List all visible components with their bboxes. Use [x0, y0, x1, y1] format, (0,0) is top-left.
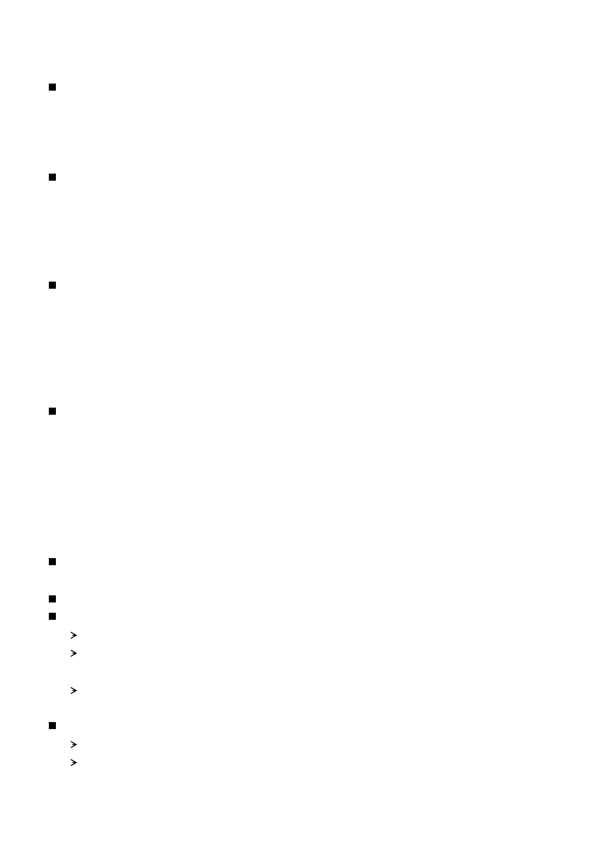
arrow-bullet-icon	[70, 631, 78, 639]
square-bullet-icon	[49, 613, 56, 620]
square-bullet-icon	[49, 84, 56, 91]
square-bullet-icon	[49, 408, 56, 415]
arrow-bullet-icon	[70, 741, 78, 748]
square-bullet-icon	[49, 722, 56, 729]
square-bullet-icon	[49, 282, 56, 289]
arrow-bullet-icon	[70, 687, 78, 694]
square-bullet-icon	[49, 595, 56, 602]
arrow-bullet-icon	[70, 649, 78, 657]
square-bullet-icon	[49, 558, 56, 565]
arrow-bullet-icon	[70, 759, 78, 766]
square-bullet-icon	[49, 174, 56, 181]
